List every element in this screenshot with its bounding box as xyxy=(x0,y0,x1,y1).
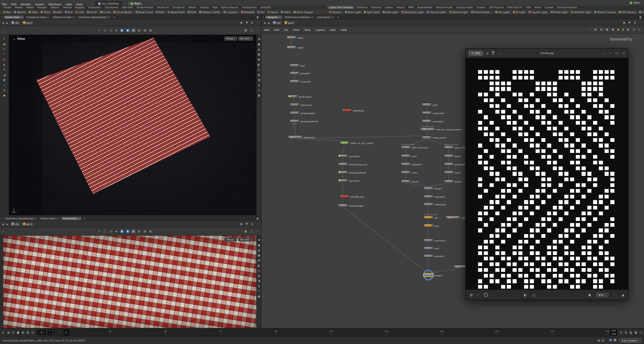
node-input-flag[interactable] xyxy=(402,163,403,165)
display-normals-icon[interactable]: ▲ xyxy=(257,248,261,252)
shelf-tool-area-light[interactable]: Area Light xyxy=(381,11,400,13)
node-input-flag[interactable] xyxy=(424,247,426,249)
node-matchsize4[interactable]: matchsize4 xyxy=(422,111,432,114)
frame-all-icon[interactable]: □ xyxy=(257,289,261,293)
undo-icon[interactable]: ↺ xyxy=(486,51,488,55)
pane-tab-geometry-spreadsheet[interactable]: Geometry Spreadsheet× xyxy=(77,15,112,19)
shelf-tool-curve-bezier[interactable]: Curve Bezier xyxy=(112,11,134,13)
netmenu-edit[interactable]: Edit xyxy=(272,28,282,31)
node-attribcreate1[interactable]: attribcreate1 xyxy=(288,95,298,98)
pane-tab-scene-view[interactable]: Scene View× xyxy=(4,15,24,19)
link-icon[interactable]: ◈ xyxy=(250,21,254,24)
close-tab-icon[interactable]: × xyxy=(47,16,49,18)
shelf-tab-characters[interactable]: Characters xyxy=(86,6,103,9)
edit-button[interactable]: ✎ Edit xyxy=(468,51,483,56)
lasso-pick-icon[interactable]: ◎ xyxy=(109,230,113,233)
path-crumb-obj[interactable]: obj xyxy=(10,221,20,227)
node-input-flag[interactable] xyxy=(290,112,292,114)
node-display-flag[interactable] xyxy=(346,155,347,157)
shelf-tool-box[interactable]: Box xyxy=(2,11,12,13)
play-icon[interactable]: ▶ xyxy=(21,330,25,335)
more-menu-icon[interactable]: ⋯ xyxy=(498,51,501,55)
shelf-tab-dop-pyro-fx[interactable]: DOP Pyro FX xyxy=(506,6,524,9)
node-display-flag[interactable] xyxy=(297,64,298,66)
shelf-tool-distant-light[interactable]: Distant Light xyxy=(448,11,470,13)
node-display-flag[interactable] xyxy=(346,179,347,181)
new-tab-icon[interactable]: + xyxy=(336,15,340,19)
node-input-flag[interactable] xyxy=(289,95,290,97)
box-pick-icon[interactable]: □ xyxy=(103,230,107,233)
realtime-toggle-icon[interactable]: ◉ xyxy=(629,330,633,335)
shelf-tab-wires[interactable]: Wires xyxy=(533,6,543,9)
single-pane-icon[interactable]: □ xyxy=(250,29,254,32)
shelf-tool-draw-curve[interactable]: Draw Curve xyxy=(134,11,154,13)
node-input-flag[interactable] xyxy=(290,80,292,82)
construction-plane-icon[interactable]: ◉ xyxy=(132,230,136,233)
pane-tab-geometry-spreadsheet[interactable]: Geometry Spreadsheet× xyxy=(4,216,38,220)
scale-tool-icon[interactable]: ◢ xyxy=(2,73,6,77)
box-pick-icon[interactable]: □ xyxy=(103,29,107,32)
node-input-flag[interactable] xyxy=(290,120,292,122)
node-display-flag[interactable] xyxy=(409,180,410,182)
netmenu-layout[interactable]: Layout xyxy=(313,28,327,31)
shelf-tab-mpm[interactable]: MPM xyxy=(406,6,416,9)
netmenu-help[interactable]: Help xyxy=(338,28,350,31)
node-display-flag[interactable] xyxy=(350,110,351,111)
shelf-tab-oceans[interactable]: Oceans xyxy=(198,6,211,9)
node-copy2[interactable]: copy2 xyxy=(286,45,296,49)
construction-plane-icon[interactable]: ◉ xyxy=(132,29,136,32)
shelf-tool-geometry-light[interactable]: Geometry Light xyxy=(400,11,425,13)
persp-menu[interactable]: Persp▾ xyxy=(224,36,237,40)
shelf-tool-spiral[interactable]: Spiral xyxy=(266,11,280,13)
node-merge3[interactable]: merge3 xyxy=(424,186,433,190)
node-sort1[interactable]: sort1 xyxy=(401,154,411,158)
pin-icon[interactable]: ◉ xyxy=(239,21,243,24)
node-matchsize7[interactable]: matchsize7 xyxy=(424,239,433,242)
path-crumb-obj[interactable]: obj xyxy=(10,20,20,25)
filter-icon[interactable]: ▼ xyxy=(628,21,632,24)
window-more-icon[interactable]: ⋯ xyxy=(602,52,604,55)
shelf-tab-particles[interactable]: Particles xyxy=(370,6,384,9)
shelf-tab-constraints[interactable]: Constraints xyxy=(103,6,120,9)
node-input-flag[interactable] xyxy=(339,171,340,173)
frame-ruler[interactable]: 1 124487296120144168192216240 xyxy=(57,329,608,336)
snap-display-icon[interactable]: ◈ xyxy=(257,284,261,288)
new-tab-icon[interactable]: + xyxy=(112,15,117,19)
shelf-tab-kmagsg[interactable]: kmaGSG xyxy=(259,6,273,9)
frame-all-icon[interactable]: □ xyxy=(257,89,261,92)
playback-options-icon[interactable]: ⋯ xyxy=(639,330,643,335)
sync-icon[interactable]: ◈ xyxy=(624,330,628,335)
close-tab-icon[interactable]: × xyxy=(20,16,22,18)
pane-options-icon[interactable]: ⋯ xyxy=(256,222,260,226)
node-display-flag[interactable] xyxy=(348,142,349,144)
node-read-non-square-pattern[interactable]: read_non_square_patternPattern Design xyxy=(420,128,435,131)
desktop-tab-scy[interactable]: Scy_Desktop xyxy=(95,1,122,6)
close-tab-icon[interactable]: × xyxy=(108,16,110,18)
node-input-flag[interactable] xyxy=(455,266,456,267)
lighting-icon[interactable]: ◉ xyxy=(257,58,261,61)
shelf-tool-spray-paint[interactable]: Spray Paint xyxy=(166,11,186,13)
more-view-options-icon[interactable]: ⋯ xyxy=(614,293,616,297)
display-normals-icon[interactable]: ▲ xyxy=(257,48,261,51)
pane-tab-log-viewer[interactable]: Log Viewer× xyxy=(315,15,336,19)
node-resample2[interactable]: resample2 xyxy=(290,80,300,83)
node-switch-on-non-square[interactable]: switch_on_non_square xyxy=(340,141,350,144)
current-desktop-indicator[interactable]: Main xyxy=(630,1,640,4)
maximize-pane-icon[interactable]: ▣ xyxy=(257,295,261,298)
node-display-flag[interactable] xyxy=(297,120,298,122)
node-input-flag[interactable] xyxy=(422,104,424,105)
node-orientalongcurve1[interactable]: orientalongcurve1 xyxy=(338,162,348,166)
shelf-tool-circle[interactable]: Circle xyxy=(85,11,98,13)
pane-split-icon[interactable]: ◧ xyxy=(639,15,643,19)
shelf-tool-sky-light[interactable]: Sky Light xyxy=(494,11,511,13)
more-options-icon[interactable]: ⋯ xyxy=(255,230,260,233)
memory-status-icon[interactable]: ▦ xyxy=(597,338,601,342)
node-input-flag[interactable] xyxy=(421,128,422,130)
select-tool-icon[interactable]: ↖ xyxy=(2,48,6,51)
shelf-tool-caustic-light[interactable]: Caustic Light xyxy=(527,11,549,13)
wireframe-icon[interactable]: ▧ xyxy=(257,274,261,278)
shelf-tab-polygon[interactable]: Polygon xyxy=(36,6,49,9)
shelf-tab-drive-simulation[interactable]: Drive Simulation xyxy=(556,6,579,9)
toolbar-grip-icon[interactable]: ⠿ xyxy=(2,230,5,233)
scene-3d-view[interactable]: ≡ View Persp▾ No cam▾ xyxy=(9,35,256,216)
